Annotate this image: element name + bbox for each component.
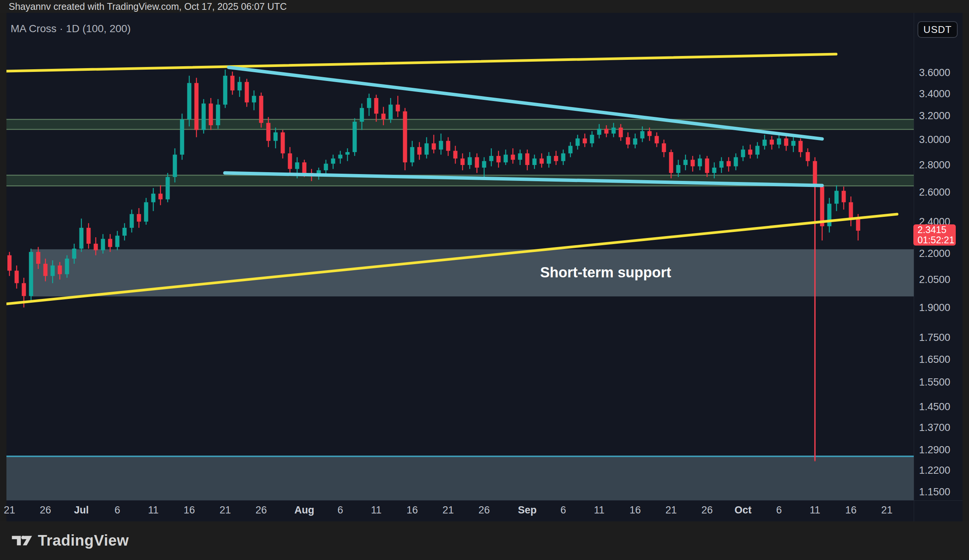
price-tick: 2.0500 [919, 274, 951, 285]
time-tick: 26 [467, 504, 501, 516]
time-tick: 6 [100, 504, 134, 516]
trendline-yellow-upper [7, 54, 836, 71]
price-tick: 3.2000 [919, 110, 951, 121]
price-tick: 2.8000 [919, 159, 951, 171]
chart-pane: Short-term support MA Cross · 1D (100, 2… [7, 13, 962, 522]
time-tick: 16 [172, 504, 206, 516]
zone-resistance-upper [7, 120, 914, 130]
time-tick: 6 [762, 504, 796, 516]
time-tick: 26 [28, 504, 62, 516]
time-tick: Aug [287, 504, 321, 516]
current-price-badge: 2.3415 01:52:21 [913, 224, 956, 246]
time-tick: Sep [510, 504, 544, 516]
time-tick: 21 [431, 504, 465, 516]
time-tick: 11 [359, 504, 393, 516]
quote-currency-text: USDT [924, 24, 952, 36]
time-tick: Jul [64, 504, 98, 516]
time-tick: 16 [395, 504, 429, 516]
price-tick: 1.1500 [919, 486, 951, 498]
time-tick: 6 [546, 504, 580, 516]
time-tick: 11 [582, 504, 616, 516]
candlestick-chart[interactable] [7, 13, 914, 500]
price-tick: 1.5500 [919, 377, 951, 388]
price-tick: 3.6000 [919, 67, 951, 78]
time-tick: 21 [654, 504, 688, 516]
time-tick: 26 [690, 504, 724, 516]
quote-currency-badge[interactable]: USDT [917, 21, 957, 38]
time-tick: 16 [834, 504, 868, 516]
time-tick: Oct [726, 504, 760, 516]
price-tick: 3.4000 [919, 88, 951, 100]
time-tick: 11 [136, 504, 170, 516]
tradingview-logo[interactable]: TradingView [12, 530, 129, 550]
price-tick: 1.9000 [919, 302, 951, 313]
time-tick: 21 [870, 504, 904, 516]
support-zone-label: Short-term support [540, 264, 671, 281]
price-tick: 1.7500 [919, 332, 951, 343]
time-tick: 26 [244, 504, 278, 516]
attribution-bar: Shayannv created with TradingView.com, O… [0, 0, 969, 13]
price-tick: 3.0000 [919, 134, 951, 145]
price-tick: 1.6500 [919, 354, 951, 365]
tradingview-logo-text: TradingView [38, 532, 129, 549]
price-tick: 2.2000 [919, 248, 951, 259]
price-tick: 2.6000 [919, 186, 951, 198]
price-tick: 1.4500 [919, 401, 951, 412]
zone-deep-support [7, 456, 914, 500]
tradingview-logo-icon [12, 530, 33, 550]
price-tick: 1.2200 [919, 465, 951, 476]
bar-countdown: 01:52:21 [917, 235, 956, 245]
price-tick: 1.3700 [919, 422, 951, 433]
time-tick: 6 [323, 504, 357, 516]
footer-bar: TradingView [0, 522, 969, 560]
time-tick: 16 [618, 504, 652, 516]
indicator-legend-text: MA Cross · 1D (100, 200) [11, 23, 131, 35]
price-tick: 1.2900 [919, 444, 951, 455]
time-tick: 21 [0, 504, 27, 516]
current-price-value: 2.3415 [917, 225, 956, 235]
attribution-text: Shayannv created with TradingView.com, O… [9, 1, 287, 12]
time-axis[interactable]: 2126Jul611162126Aug611162126Sep611162126… [7, 500, 914, 522]
tradingview-screenshot: Shayannv created with TradingView.com, O… [0, 0, 969, 560]
time-tick: 21 [208, 504, 242, 516]
price-axis[interactable]: 2.3415 01:52:21 3.60003.40003.20003.0000… [914, 13, 962, 500]
plot-area[interactable]: Short-term support [7, 13, 914, 500]
indicator-legend[interactable]: MA Cross · 1D (100, 200) [11, 23, 131, 35]
time-tick: 11 [798, 504, 832, 516]
